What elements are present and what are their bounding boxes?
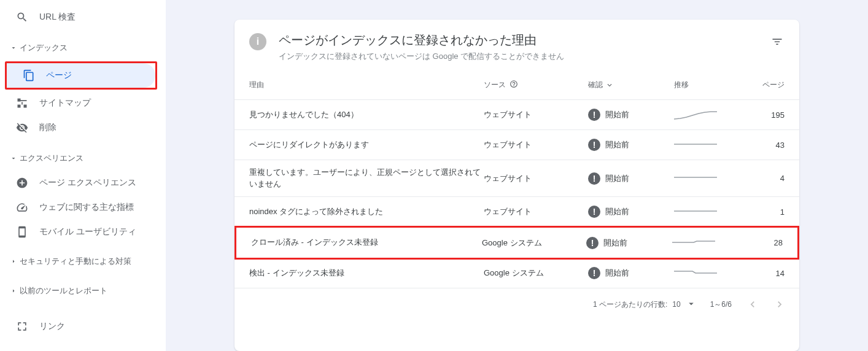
sidebar-item-mobile-usability[interactable]: モバイル ユーザビリティ xyxy=(0,220,157,244)
help-icon xyxy=(510,80,518,90)
table-footer: 1 ページあたりの行数: 10 1～6/6 xyxy=(234,288,799,320)
card-subtitle: インデックスに登録されていないページは Google で配信することができません xyxy=(279,51,770,62)
cell-confirm: !開始前 xyxy=(588,109,674,121)
chevron-right-icon xyxy=(10,258,20,265)
sidebar-group-legacy[interactable]: 以前のツールとレポート xyxy=(0,279,166,303)
cell-source: Google システム xyxy=(482,237,586,249)
chevron-right-icon xyxy=(10,287,20,295)
th-confirm[interactable]: 確認 xyxy=(588,80,674,90)
sidebar-label: ページ エクスペリエンス xyxy=(39,177,136,188)
sidebar-experience-children: ページ エクスペリエンス ウェブに関する主な指標 モバイル ユーザビリティ xyxy=(0,171,166,244)
table-row[interactable]: 重複しています。ユーザーにより、正規ページとして選択されていませんウェブサイト!… xyxy=(234,160,799,197)
th-trend[interactable]: 推移 xyxy=(674,80,742,90)
sidebar-label: ウェブに関する主な指標 xyxy=(39,202,134,213)
table-row[interactable]: 見つかりませんでした（404）ウェブサイト!開始前195 xyxy=(234,100,799,130)
th-reason[interactable]: 理由 xyxy=(249,80,484,90)
sidebar-item-url-inspect[interactable]: URL 検査 xyxy=(0,5,157,29)
cell-reason: 見つかりませんでした（404） xyxy=(249,109,484,120)
sidebar-item-pages[interactable]: ページ xyxy=(7,63,155,88)
visibility-off-icon xyxy=(15,120,29,135)
cell-pages: 1 xyxy=(742,207,785,217)
cell-trend xyxy=(674,266,742,280)
sidebar-item-removals[interactable]: 削除 xyxy=(0,115,157,140)
sidebar-index-children: ページ サイトマップ 削除 xyxy=(0,61,166,140)
confirm-text: 開始前 xyxy=(603,237,627,249)
arrow-down-icon xyxy=(605,80,614,90)
table-row[interactable]: クロール済み - インデックス未登録Google システム!開始前28 xyxy=(236,228,797,258)
speed-icon xyxy=(15,200,29,215)
cell-pages: 14 xyxy=(742,269,785,278)
sidebar-group-experience[interactable]: エクスペリエンス xyxy=(0,146,166,171)
highlight-row: クロール済み - インデックス未登録Google システム!開始前28 xyxy=(234,226,799,260)
sparkline xyxy=(674,205,717,217)
cell-source: Google システム xyxy=(484,268,588,279)
cell-source: ウェブサイト xyxy=(484,173,588,184)
cell-confirm: !開始前 xyxy=(588,172,674,185)
cell-confirm: !開始前 xyxy=(588,139,674,151)
rows-per-page-value[interactable]: 10 xyxy=(672,300,680,309)
chevron-down-icon xyxy=(10,155,20,162)
cell-source: ウェブサイト xyxy=(484,109,588,120)
table-body: 見つかりませんでした（404）ウェブサイト!開始前195ページにリダイレクトがあ… xyxy=(234,100,799,288)
prev-page-button[interactable] xyxy=(745,297,760,312)
cell-pages: 4 xyxy=(742,174,785,183)
sitemap-icon xyxy=(15,96,29,110)
search-icon xyxy=(15,10,29,25)
info-icon: i xyxy=(249,33,266,50)
smartphone-icon xyxy=(15,225,29,239)
warning-icon: ! xyxy=(588,172,600,185)
chevron-down-icon xyxy=(10,44,20,52)
sidebar-item-sitemaps[interactable]: サイトマップ xyxy=(0,91,157,115)
reasons-table: 理由 ソース 確認 推移 ページ 見つかりませんでした（404）ウェブサイト!開… xyxy=(234,71,799,320)
cell-trend xyxy=(674,138,742,152)
pagination-range: 1～6/6 xyxy=(710,299,732,310)
card-title: ページがインデックスに登録されなかった理由 xyxy=(279,32,770,48)
cell-source: ウェブサイト xyxy=(484,139,588,150)
pages-icon xyxy=(21,68,36,83)
table-row[interactable]: 検出 - インデックス未登録Google システム!開始前14 xyxy=(234,258,799,288)
link-icon xyxy=(15,319,29,334)
cell-trend xyxy=(674,205,742,219)
warning-icon: ! xyxy=(588,267,600,279)
cell-reason: 検出 - インデックス未登録 xyxy=(249,268,484,279)
sidebar-group-index[interactable]: インデックス xyxy=(0,36,166,60)
sidebar-label: サイトマップ xyxy=(39,98,91,109)
rows-per-page-label: 1 ページあたりの行数: xyxy=(593,299,667,310)
cell-pages: 195 xyxy=(742,110,785,120)
cell-pages: 43 xyxy=(742,141,785,150)
plus-circle-icon xyxy=(15,176,29,190)
cell-reason: ページにリダイレクトがあります xyxy=(249,139,484,150)
sidebar-group-label: エクスペリエンス xyxy=(20,153,83,164)
warning-icon: ! xyxy=(586,237,599,249)
sidebar-item-page-experience[interactable]: ページ エクスペリエンス xyxy=(0,171,157,195)
cell-reason: noindex タグによって除外されました xyxy=(249,206,484,217)
table-row[interactable]: noindex タグによって除外されましたウェブサイト!開始前1 xyxy=(234,197,799,227)
th-pages[interactable]: ページ xyxy=(742,80,785,90)
sidebar-label: 削除 xyxy=(39,122,56,133)
cell-trend xyxy=(674,108,742,122)
sparkline xyxy=(674,108,717,120)
next-page-button[interactable] xyxy=(772,297,787,312)
table-row[interactable]: ページにリダイレクトがありますウェブサイト!開始前43 xyxy=(234,130,799,160)
th-source[interactable]: ソース xyxy=(484,80,588,90)
cell-source: ウェブサイト xyxy=(484,206,588,217)
cell-reason: クロール済み - インデックス未登録 xyxy=(251,237,482,248)
confirm-text: 開始前 xyxy=(605,139,629,150)
th-confirm-label: 確認 xyxy=(588,80,603,90)
sidebar-group-label: セキュリティと手動による対策 xyxy=(20,256,131,267)
sidebar-item-links[interactable]: リンク xyxy=(0,314,157,339)
cell-confirm: !開始前 xyxy=(588,206,674,218)
card-header-texts: ページがインデックスに登録されなかった理由 インデックスに登録されていないページ… xyxy=(279,32,770,62)
sidebar-label: URL 検査 xyxy=(39,12,76,23)
warning-icon: ! xyxy=(588,109,600,121)
dropdown-icon[interactable] xyxy=(686,298,697,311)
confirm-text: 開始前 xyxy=(605,173,629,184)
filter-button[interactable] xyxy=(770,34,785,49)
sparkline xyxy=(674,171,717,183)
sidebar-group-security[interactable]: セキュリティと手動による対策 xyxy=(0,249,166,274)
sidebar-item-core-vitals[interactable]: ウェブに関する主な指標 xyxy=(0,195,157,220)
cell-confirm: !開始前 xyxy=(588,267,674,279)
th-source-label: ソース xyxy=(484,80,506,90)
cell-trend xyxy=(672,236,740,250)
sidebar-group-label: 以前のツールとレポート xyxy=(20,285,107,296)
